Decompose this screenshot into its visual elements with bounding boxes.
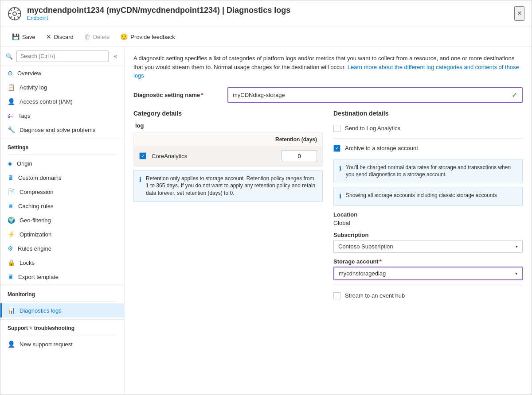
- sidebar-item-rules-engine[interactable]: ⚙ Rules engine: [0, 241, 124, 256]
- retention-info-box: ℹ Retention only applies to storage acco…: [133, 170, 323, 202]
- diagnose-icon: 🔧: [8, 126, 15, 133]
- info-icon-showing: ℹ: [339, 192, 341, 201]
- category-details-panel: Category details log Retention (days) Co…: [133, 110, 323, 302]
- export-template-icon: 🖥: [8, 273, 14, 280]
- sidebar-item-new-support-request[interactable]: 👤 New support request: [0, 337, 124, 351]
- settings-section-header: Settings: [0, 139, 124, 152]
- log-analytics-checkbox[interactable]: [333, 125, 340, 132]
- sidebar-item-caching-rules[interactable]: 🖥 Caching rules: [0, 199, 124, 213]
- delete-icon: 🗑: [84, 33, 90, 40]
- settings-icon: [8, 7, 22, 21]
- two-column-layout: Category details log Retention (days) Co…: [133, 110, 523, 302]
- storage-account-label: Storage account*: [333, 258, 523, 265]
- header-title-block: mycdnendpoint1234 (myCDN/mycdnendpoint12…: [27, 6, 514, 21]
- archive-storage-row: Archive to a storage account: [333, 142, 523, 155]
- info-icon: ℹ: [139, 175, 141, 197]
- diagnostic-setting-name-label: Diagnostic setting name*: [133, 92, 222, 98]
- settings-divider: [8, 154, 117, 155]
- delete-button[interactable]: 🗑 Delete: [80, 31, 114, 43]
- location-value: Global: [333, 220, 523, 226]
- sidebar-item-origin[interactable]: ◈ Origin: [0, 156, 124, 170]
- storage-charge-info-box: ℹ You'll be charged normal data rates fo…: [333, 159, 523, 184]
- locks-icon: 🔒: [8, 259, 15, 266]
- storage-account-group: Storage account* mycdnstoragediag ▾: [333, 258, 523, 280]
- core-analytics-row: CoreAnalytics: [134, 147, 322, 166]
- location-group: Location Global: [333, 211, 523, 226]
- location-label: Location: [333, 211, 523, 218]
- support-section-header: Support + troubleshooting: [0, 319, 124, 333]
- sidebar-item-diagnostics-logs[interactable]: 📊 Diagnostics logs: [0, 303, 124, 318]
- subscription-select[interactable]: Contoso Subscription ▾: [333, 240, 523, 253]
- stream-event-hub-checkbox[interactable]: [333, 292, 340, 299]
- optimization-icon: ⚡: [8, 231, 15, 238]
- stream-event-hub-label: Stream to an event hub: [345, 292, 405, 299]
- feedback-button[interactable]: 🙂 Provide feedback: [116, 31, 179, 43]
- sidebar-item-geo-filtering[interactable]: 🌍 Geo-filtering: [0, 213, 124, 227]
- input-valid-icon: ✓: [512, 91, 517, 99]
- sidebar-item-overview[interactable]: ⊙ Overview: [0, 66, 124, 80]
- collapse-button[interactable]: «: [112, 51, 119, 61]
- monitoring-section-header: Monitoring: [0, 286, 124, 299]
- storage-account-dropdown-arrow: ▾: [515, 271, 517, 276]
- close-button[interactable]: ×: [514, 6, 524, 21]
- svg-point-1: [13, 12, 16, 15]
- sidebar-item-optimization[interactable]: ⚡ Optimization: [0, 227, 124, 241]
- sidebar-item-activity-log[interactable]: 📋 Activity log: [0, 80, 124, 94]
- access-control-icon: 👤: [8, 98, 15, 105]
- sidebar-item-compression[interactable]: 📄 Compression: [0, 185, 124, 199]
- log-table-header: Retention (days): [134, 133, 322, 147]
- search-icon: 🔍: [6, 53, 13, 60]
- subscription-group: Subscription Contoso Subscription ▾: [333, 232, 523, 253]
- main-content: A diagnostic setting specifies a list of…: [125, 47, 532, 395]
- save-icon: 💾: [12, 33, 20, 40]
- sidebar-item-access-control[interactable]: 👤 Access control (IAM): [0, 94, 124, 108]
- sidebar-item-diagnose[interactable]: 🔧 Diagnose and solve problems: [0, 123, 124, 137]
- discard-button[interactable]: ✕ Discard: [42, 31, 78, 43]
- sidebar-item-locks[interactable]: 🔒 Locks: [0, 256, 124, 270]
- support-divider: [8, 335, 117, 335]
- log-analytics-row: Send to Log Analytics: [333, 122, 523, 135]
- destination-details-title: Destination details: [333, 110, 523, 117]
- tags-icon: 🏷: [8, 112, 14, 119]
- monitoring-divider: [8, 301, 117, 302]
- retention-input[interactable]: [282, 150, 317, 162]
- retention-header: Retention (days): [275, 136, 317, 143]
- search-box: 🔍 «: [0, 47, 124, 66]
- sidebar-item-custom-domains[interactable]: 🖥 Custom domains: [0, 170, 124, 185]
- body: 🔍 « ⊙ Overview 📋 Activity log 👤 Access c…: [0, 47, 532, 395]
- subscription-label: Subscription: [333, 232, 523, 238]
- activity-log-icon: 📋: [8, 84, 15, 91]
- feedback-icon: 🙂: [120, 33, 128, 40]
- stream-event-hub-row: Stream to an event hub: [333, 290, 523, 302]
- discard-icon: ✕: [46, 33, 51, 40]
- page-title: mycdnendpoint1234 (myCDN/mycdnendpoint12…: [27, 6, 514, 15]
- description: A diagnostic setting specifies a list of…: [133, 54, 523, 80]
- rules-engine-icon: ⚙: [8, 245, 13, 252]
- category-details-title: Category details: [133, 110, 323, 117]
- diagnostics-logs-icon: 📊: [8, 307, 15, 314]
- core-analytics-label: CoreAnalytics: [152, 153, 187, 159]
- log-analytics-label: Send to Log Analytics: [345, 125, 400, 132]
- sidebar-item-tags[interactable]: 🏷 Tags: [0, 108, 124, 123]
- archive-storage-label: Archive to a storage account: [345, 145, 418, 151]
- search-input[interactable]: [16, 50, 109, 62]
- archive-storage-checkbox[interactable]: [333, 145, 340, 152]
- overview-icon: ⊙: [8, 70, 13, 77]
- save-button[interactable]: 💾 Save: [8, 31, 40, 43]
- origin-icon: ◈: [8, 160, 12, 167]
- info-icon-storage: ℹ: [339, 164, 341, 179]
- log-table: Retention (days) CoreAnalytics: [133, 132, 323, 167]
- showing-storage-info-box: ℹ Showing all storage accounts including…: [333, 187, 523, 206]
- subscription-dropdown-arrow: ▾: [516, 244, 518, 249]
- sidebar-item-export-template[interactable]: 🖥 Export template: [0, 270, 124, 284]
- dest-divider-2: [333, 286, 523, 286]
- caching-rules-icon: 🖥: [8, 202, 14, 209]
- geo-filtering-icon: 🌍: [8, 217, 15, 224]
- support-request-icon: 👤: [8, 341, 15, 348]
- page-subtitle: Endpoint: [27, 15, 514, 21]
- toolbar: 💾 Save ✕ Discard 🗑 Delete 🙂 Provide feed…: [0, 27, 532, 47]
- diagnostic-setting-name-input[interactable]: myCDNdiag-storage ✓: [227, 87, 523, 103]
- storage-account-select[interactable]: mycdnstoragediag ▾: [333, 267, 523, 280]
- diagnostic-setting-name-row: Diagnostic setting name* myCDNdiag-stora…: [133, 87, 523, 103]
- core-analytics-checkbox[interactable]: [139, 152, 146, 159]
